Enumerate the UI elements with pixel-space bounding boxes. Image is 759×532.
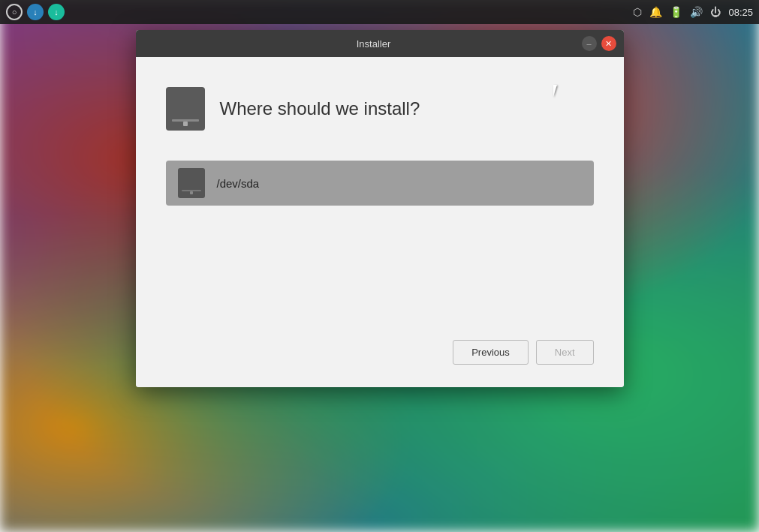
installer-dialog: Installer – ✕ Where should we install? (136, 30, 624, 387)
drive-label: /dev/sda (217, 177, 260, 190)
battery-icon: 🔋 (670, 6, 682, 18)
taskbar: ○ ↓ ↓ ⬡ 🔔 🔋 🔊 ⏻ 08:25 (0, 0, 759, 24)
window-controls: – ✕ (582, 36, 616, 51)
drive-led (190, 191, 193, 194)
clock: 08:25 (728, 7, 753, 18)
minimize-button[interactable]: – (582, 36, 597, 51)
close-button[interactable]: ✕ (601, 36, 616, 51)
download-icon-1[interactable]: ↓ (27, 4, 44, 20)
dialog-header: Where should we install? (166, 87, 594, 131)
drive-list: /dev/sda (166, 161, 594, 325)
power-icon: ⏻ (710, 6, 721, 18)
drive-hdd-icon (178, 168, 205, 198)
hdd-led (183, 122, 188, 126)
drive-item-sda[interactable]: /dev/sda (166, 161, 594, 206)
dialog-footer: Previous Next (166, 325, 594, 365)
display-icon: ⬡ (633, 6, 642, 18)
download-icon-2[interactable]: ↓ (48, 4, 65, 20)
bell-icon: 🔔 (649, 6, 662, 18)
dialog-content: Where should we install? /dev/sda Previo… (136, 57, 624, 387)
volume-icon: 🔊 (690, 6, 703, 18)
previous-button[interactable]: Previous (453, 340, 529, 365)
system-icon[interactable]: ○ (6, 4, 23, 20)
taskbar-right: ⬡ 🔔 🔋 🔊 ⏻ 08:25 (633, 6, 753, 18)
dialog-box: Installer – ✕ Where should we install? (136, 30, 624, 387)
dialog-titlebar: Installer – ✕ (136, 30, 624, 57)
dialog-title: Installer (166, 38, 582, 50)
taskbar-left: ○ ↓ ↓ (6, 4, 65, 20)
dialog-heading: Where should we install? (220, 98, 420, 119)
hdd-header-icon (166, 87, 205, 131)
next-button[interactable]: Next (536, 340, 594, 365)
